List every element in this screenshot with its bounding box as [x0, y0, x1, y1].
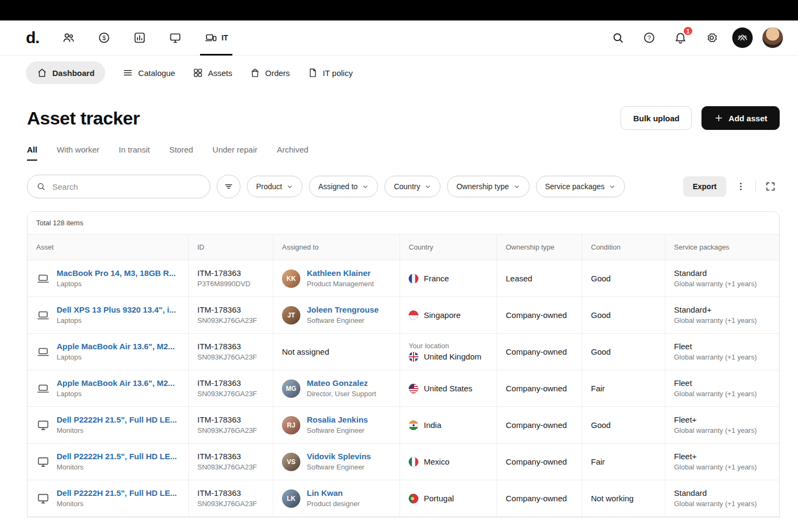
country-name: India	[424, 420, 442, 430]
asset-serial: SN093KJ76GA23F	[197, 390, 257, 398]
search-icon	[36, 182, 46, 191]
country-flag-icon	[409, 494, 418, 503]
ownership-type-filter[interactable]: Ownership type	[447, 176, 529, 197]
assignee-link[interactable]: Mateo Gonzalez	[307, 378, 376, 388]
subnav-orders[interactable]: Orders	[250, 67, 290, 78]
country-flag-icon	[409, 352, 418, 362]
plus-icon	[714, 113, 724, 123]
help-button[interactable]: ?	[638, 27, 660, 49]
service-package-value: Fleet+	[674, 415, 757, 425]
assignee-role: Director, User Support	[307, 390, 376, 398]
tab-stored[interactable]: Stored	[169, 145, 193, 161]
table-row[interactable]: Apple MacBook Air 13.6", M2... Laptops I…	[27, 370, 779, 407]
filter-button[interactable]	[217, 175, 240, 198]
assignee-link[interactable]: Lin Kwan	[307, 488, 360, 498]
asset-name-link[interactable]: Dell P2222H 21.5", Full HD LE...	[57, 415, 177, 425]
deel-logo[interactable]: d.	[26, 29, 39, 47]
total-items-label: Total 128 items	[36, 219, 83, 227]
money-icon: $	[98, 31, 111, 44]
subnav-catalogue[interactable]: Catalogue	[122, 67, 175, 78]
asset-name-link[interactable]: MacBook Pro 14, M3, 18GB R...	[57, 268, 176, 278]
tab-under-repair[interactable]: Under repair	[212, 145, 257, 161]
nav-workspace[interactable]	[164, 20, 186, 55]
nav-analytics[interactable]	[129, 20, 150, 55]
condition-value: Good	[591, 310, 611, 320]
asset-name-link[interactable]: Dell XPS 13 Plus 9320 13.4", i...	[57, 305, 176, 315]
nav-it[interactable]: IT	[200, 20, 232, 55]
column-header-condition: Condition	[582, 234, 665, 260]
nav-payments[interactable]: $	[93, 20, 115, 55]
chevron-down-icon	[513, 183, 520, 190]
assignee-avatar: JT	[282, 306, 300, 324]
column-header-asset: Asset	[27, 234, 188, 260]
search-button[interactable]	[607, 27, 629, 49]
tab-archived[interactable]: Archived	[277, 145, 308, 161]
bulk-upload-button[interactable]: Bulk upload	[621, 106, 692, 130]
more-options-button[interactable]	[732, 177, 750, 196]
assignee-link[interactable]: Vidovik Splevins	[307, 452, 371, 461]
column-header-service-packages: Service packages	[665, 234, 779, 260]
search-input[interactable]	[27, 175, 210, 198]
kebab-menu-icon	[735, 181, 746, 192]
column-header-id: ID	[188, 234, 273, 260]
country-filter-label: Country	[394, 182, 420, 191]
subnav-dashboard[interactable]: Dashboard	[26, 61, 105, 84]
user-avatar[interactable]	[762, 27, 783, 48]
asset-name-link[interactable]: Dell P2222H 21.5", Full HD LE...	[57, 452, 177, 461]
service-packages-filter[interactable]: Service packages	[536, 176, 625, 197]
asset-name-link[interactable]: Apple MacBook Air 13.6", M2...	[57, 342, 175, 351]
subnav-assets[interactable]: Assets	[192, 67, 232, 78]
organization-button[interactable]	[732, 27, 753, 48]
condition-value: Good	[591, 274, 611, 284]
asset-serial: SN093KJ76GA23F	[197, 353, 257, 362]
tab-with-worker[interactable]: With worker	[57, 145, 99, 161]
laptop-icon	[36, 308, 50, 322]
shopping-bag-icon	[250, 67, 260, 78]
table-row[interactable]: Dell P2222H 21.5", Full HD LE... Monitor…	[27, 480, 779, 517]
service-package-detail: Global warranty (+1 years)	[674, 390, 757, 398]
assignee-avatar: VS	[282, 453, 300, 471]
table-row[interactable]: Dell P2222H 21.5", Full HD LE... Monitor…	[27, 407, 779, 444]
export-button[interactable]: Export	[683, 176, 726, 197]
subnav-it-policy[interactable]: IT policy	[307, 67, 353, 78]
ownership-type-value: Company-owned	[506, 384, 567, 393]
asset-category: Laptops	[57, 280, 176, 288]
country-flag-icon	[409, 457, 418, 467]
asset-name-link[interactable]: Dell P2222H 21.5", Full HD LE...	[57, 488, 177, 498]
table-row[interactable]: Dell XPS 13 Plus 9320 13.4", i... Laptop…	[27, 297, 779, 334]
monitor-icon	[36, 455, 50, 469]
assignee-link[interactable]: Kathleen Klainer	[307, 268, 374, 278]
laptop-icon	[36, 382, 50, 396]
assignee-avatar: MG	[282, 379, 300, 398]
assigned-to-filter[interactable]: Assigned to	[309, 176, 378, 197]
table-row[interactable]: Apple MacBook Air 13.6", M2... Laptops I…	[27, 334, 779, 370]
service-package-detail: Global warranty (+1 years)	[674, 426, 757, 435]
table-row[interactable]: MacBook Pro 14, M3, 18GB R... Laptops IT…	[27, 260, 779, 297]
tab-all[interactable]: All	[27, 145, 37, 161]
fullscreen-button[interactable]	[761, 177, 780, 196]
notification-badge: 1	[683, 26, 693, 36]
country-note: Your location	[409, 342, 481, 350]
assignee-link[interactable]: Joleen Trengrouse	[307, 305, 379, 315]
assignee-link[interactable]: Rosalia Jenkins	[307, 415, 368, 425]
ownership-type-value: Company-owned	[506, 347, 567, 357]
assignee-avatar: RJ	[282, 416, 300, 434]
country-name: Mexico	[424, 457, 450, 467]
settings-button[interactable]	[701, 27, 723, 49]
country-name: Portugal	[424, 494, 454, 503]
assignee-link[interactable]: Not assigned	[282, 347, 329, 357]
table-row[interactable]: Dell P2222H 21.5", Full HD LE... Monitor…	[27, 444, 779, 480]
notifications-button[interactable]: 1	[670, 27, 691, 49]
asset-name-link[interactable]: Apple MacBook Air 13.6", M2...	[57, 378, 175, 388]
nav-people[interactable]	[58, 20, 79, 55]
assignee-role: Product designer	[307, 500, 360, 508]
search-icon	[611, 31, 624, 44]
country-filter[interactable]: Country	[384, 176, 441, 197]
top-navigation: d. $	[0, 20, 798, 56]
country-name: France	[424, 274, 449, 284]
tab-in-transit[interactable]: In transit	[119, 145, 150, 161]
monitor-icon	[36, 418, 50, 432]
nav-it-label: IT	[222, 33, 228, 42]
add-asset-button[interactable]: Add asset	[701, 106, 780, 130]
product-filter[interactable]: Product	[247, 176, 302, 197]
